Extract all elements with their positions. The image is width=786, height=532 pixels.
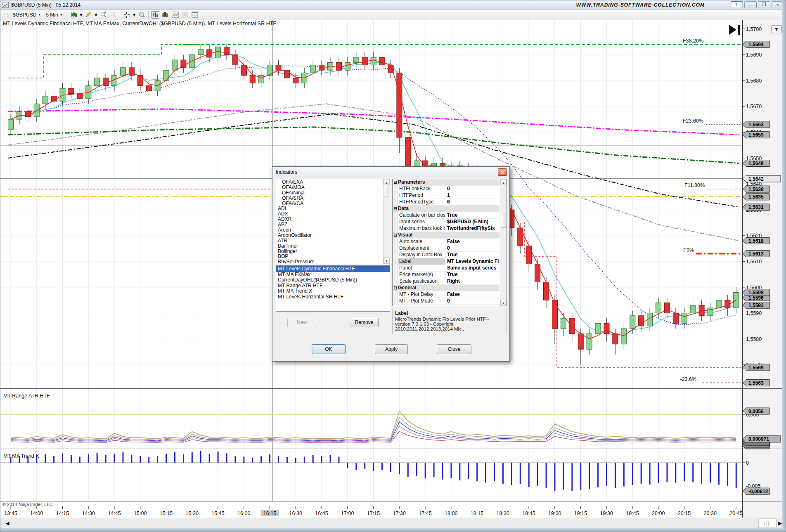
chevron-down-icon[interactable]: ▼ bbox=[93, 12, 98, 18]
property-row[interactable]: Auto scaleFalse bbox=[393, 239, 500, 245]
svg-text:1,5690: 1,5690 bbox=[746, 52, 762, 58]
property-row[interactable]: Displacement0 bbox=[393, 245, 500, 252]
list-item[interactable]: MT Levels Dynamic Fibonacci HTF bbox=[276, 266, 390, 272]
draw-pencil-icon[interactable] bbox=[84, 11, 92, 19]
property-row[interactable] bbox=[393, 305, 500, 306]
list-item[interactable]: Aroon bbox=[276, 227, 383, 233]
list-item[interactable]: OFA/MOA bbox=[276, 185, 383, 190]
collapse-icon[interactable]: ⊟ bbox=[393, 206, 398, 212]
list-item[interactable]: MT Levels Horizontal SR HTF bbox=[276, 294, 390, 300]
svg-text:-0,00612: -0,00612 bbox=[748, 489, 768, 494]
properties-scrollbar[interactable]: ▲ ▼ bbox=[500, 179, 507, 306]
list-item[interactable]: MT MA FXMax bbox=[276, 272, 390, 278]
remove-button[interactable]: Remove bbox=[350, 318, 379, 327]
minimize-button[interactable]: – bbox=[744, 1, 757, 8]
ok-button[interactable]: OK bbox=[312, 344, 346, 354]
list-item[interactable]: APZ bbox=[276, 222, 383, 227]
list-item[interactable]: ATR bbox=[276, 238, 383, 244]
time-axis-label: 20:45 bbox=[729, 511, 742, 516]
svg-text:1,5563: 1,5563 bbox=[748, 380, 764, 386]
dialog-titlebar[interactable]: Indicators bbox=[272, 167, 509, 177]
chart-style-icon[interactable] bbox=[70, 11, 78, 19]
scroll-left-icon[interactable]: ◀ bbox=[5, 520, 9, 526]
chevron-down-icon[interactable]: ▼ bbox=[132, 12, 137, 18]
svg-text:0,0056: 0,0056 bbox=[748, 409, 764, 414]
property-row[interactable]: Scale justificationRight bbox=[393, 278, 500, 285]
property-row[interactable]: Price marker(s)True bbox=[393, 272, 500, 278]
fib-level-label: -23.6% bbox=[680, 376, 696, 382]
data-grid-icon[interactable] bbox=[191, 11, 199, 19]
window-border-right bbox=[782, 0, 786, 532]
list-item[interactable]: CurrentDayOHL($GBPUSD (5 Min)) bbox=[276, 277, 390, 283]
property-row[interactable]: Calculate on bar closeTrue bbox=[393, 212, 500, 219]
property-row[interactable]: Input series$GBPUSD (5 Min) bbox=[393, 219, 500, 225]
crosshair-icon[interactable] bbox=[123, 11, 131, 19]
svg-text:1,5610: 1,5610 bbox=[746, 259, 762, 265]
property-row[interactable]: Maximum bars look baTwoHundredFiftySix bbox=[393, 225, 500, 232]
toolbar-grip[interactable]: ⋮⋮ bbox=[2, 12, 9, 17]
new-button[interactable]: New bbox=[287, 318, 316, 327]
property-group-row[interactable]: ⊟Data bbox=[393, 206, 500, 212]
time-axis-label: 18:00 bbox=[445, 511, 457, 516]
property-row[interactable]: MT - Plot Mode0 bbox=[393, 298, 500, 305]
property-group-row[interactable]: ⊟Parameters bbox=[393, 179, 500, 186]
data-box-icon[interactable] bbox=[137, 11, 146, 19]
market-analyzer-icon[interactable] bbox=[161, 11, 169, 19]
dialog-close-button-bottom[interactable]: Close bbox=[437, 344, 471, 354]
zoom-out-icon[interactable] bbox=[109, 11, 117, 19]
time-axis-label: 19:30 bbox=[600, 511, 613, 516]
list-item[interactable]: OFA/EXA bbox=[276, 180, 383, 185]
line-chart-icon[interactable] bbox=[171, 11, 179, 19]
list-item[interactable]: ADX bbox=[276, 211, 383, 217]
indicator-properties-grid[interactable]: ⊟ParametersHTFLookBack0HTFPeriod1HTFPeri… bbox=[392, 179, 507, 306]
zoom-in-icon[interactable] bbox=[99, 11, 107, 19]
dollar-icon[interactable]: $ bbox=[181, 11, 189, 19]
available-list-scrollbar[interactable]: ▲ ▼ bbox=[383, 179, 390, 264]
list-item[interactable]: ADXR bbox=[276, 217, 383, 222]
scroll-up-icon[interactable]: ▲ bbox=[384, 179, 390, 185]
list-item[interactable]: ADL bbox=[276, 206, 383, 211]
maximize-button[interactable]: ❐ bbox=[758, 1, 770, 8]
collapse-icon[interactable]: ⊟ bbox=[393, 232, 398, 238]
apply-button[interactable]: Apply bbox=[375, 344, 408, 354]
property-row[interactable]: LabelMT Levels Dynamic Fi bbox=[393, 258, 500, 265]
scroll-up-icon[interactable]: ▲ bbox=[500, 179, 507, 185]
list-item[interactable]: OFA/Ninja bbox=[276, 190, 383, 196]
available-indicators-list[interactable]: OFA/EXAOFA/MOAOFA/NinjaOFA/SRAOFA/VCAADL… bbox=[276, 179, 390, 264]
scrollbar-thumb[interactable] bbox=[501, 213, 506, 228]
list-item[interactable]: OFA/SRA bbox=[276, 196, 383, 201]
collapse-icon[interactable]: ⊟ bbox=[393, 285, 398, 291]
list-item[interactable]: BarTimer bbox=[276, 244, 383, 249]
chart-trader-icon[interactable] bbox=[151, 11, 159, 19]
list-item[interactable]: Bollinger bbox=[276, 249, 383, 254]
time-axis-label: 19:15 bbox=[574, 511, 587, 516]
property-row[interactable]: HTFPeriodType6 bbox=[393, 199, 500, 206]
property-row[interactable]: HTFLookBack0 bbox=[393, 186, 500, 192]
property-row[interactable]: Display in Data BoxTrue bbox=[393, 252, 500, 258]
svg-text:1,5642: 1,5642 bbox=[748, 176, 764, 182]
dialog-close-button[interactable]: x bbox=[498, 168, 507, 176]
link-button[interactable]: L bbox=[731, 1, 743, 8]
property-row[interactable]: HTFPeriod1 bbox=[393, 192, 500, 199]
collapse-icon[interactable]: ⊟ bbox=[393, 179, 398, 185]
fib-level-label: F38.20% bbox=[683, 38, 703, 44]
scroll-down-icon[interactable]: ▼ bbox=[500, 300, 507, 306]
property-row[interactable]: MT - Plot DelayFalse bbox=[393, 291, 500, 298]
list-item[interactable]: MT MA Trend X bbox=[276, 288, 390, 294]
list-item[interactable]: AroonOscillator bbox=[276, 233, 383, 238]
chevron-down-icon[interactable]: ▼ bbox=[79, 12, 84, 18]
property-row[interactable]: PanelSame as input series bbox=[393, 265, 500, 272]
instrument-dropdown[interactable]: $GBPUSD▼ bbox=[11, 11, 43, 19]
property-group-row[interactable]: ⊟General bbox=[393, 285, 500, 291]
list-item[interactable]: BuySellPressure bbox=[276, 259, 383, 264]
time-axis-label: 15:30 bbox=[186, 511, 199, 516]
list-item[interactable]: OFA/VCA bbox=[276, 201, 383, 206]
time-axis-label: 20:00 bbox=[652, 511, 665, 516]
scrollbar-thumb[interactable] bbox=[384, 186, 389, 196]
interval-dropdown[interactable]: 5 Min▼ bbox=[44, 11, 64, 19]
scroll-down-icon[interactable]: ▼ bbox=[384, 258, 390, 264]
list-item[interactable]: MT Range ATR HTF bbox=[276, 283, 390, 289]
applied-indicators-list[interactable]: MT Levels Dynamic Fibonacci HTFMT MA FXM… bbox=[276, 265, 390, 312]
property-group-row[interactable]: ⊟Visual bbox=[393, 232, 500, 239]
hscrollbar-thumb[interactable] bbox=[758, 519, 777, 528]
